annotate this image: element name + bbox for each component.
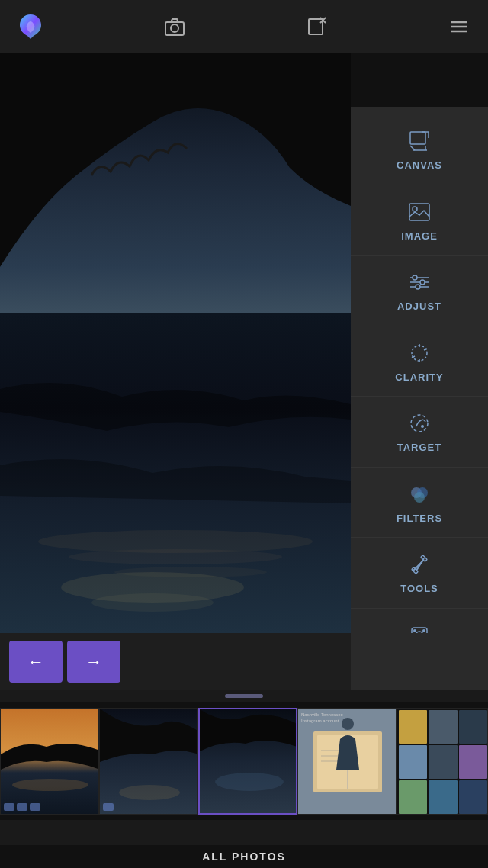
photo-thumbnail[interactable] [396,708,488,815]
drag-handle-area[interactable] [0,690,488,702]
svg-point-41 [413,629,416,632]
svg-point-25 [412,346,427,361]
target-icon [406,410,433,437]
sidebar-item-artistic[interactable]: ARTISTIC [351,609,488,633]
bottom-bar: ← → [0,633,351,690]
menu-icon[interactable] [445,13,473,40]
svg-point-58 [342,718,354,730]
photo-icons [103,803,114,811]
camera-icon[interactable] [161,13,188,40]
svg-point-18 [413,207,417,211]
artistic-icon [406,622,433,633]
water-reflection [0,313,351,633]
sidebar-item-clarity[interactable]: CLARITY [351,326,488,397]
hill-silhouette [0,53,351,320]
share-icon[interactable] [303,13,330,40]
svg-point-22 [413,275,417,280]
all-photos-bar[interactable]: ALL PHOTOS [0,845,488,868]
sidebar-item-image[interactable]: IMAGE [351,185,488,256]
thumbnail-image [100,709,197,814]
svg-point-34 [414,492,425,503]
top-navigation-bar [0,0,488,53]
all-photos-text: ALL PHOTOS [202,850,286,863]
svg-point-46 [12,779,88,791]
svg-point-48 [119,785,180,800]
thumbnail-image: Nashville TennesseeInstagram account... [298,709,396,814]
forward-button[interactable]: → [67,641,120,683]
app-logo[interactable] [15,11,46,42]
sidebar-bottom-area [351,633,488,690]
svg-point-9 [69,549,282,564]
photo-thumbnail[interactable] [99,708,198,815]
clarity-label: CLARITY [395,371,443,383]
image-icon [406,198,433,226]
tools-icon [406,551,433,578]
svg-point-23 [420,280,425,285]
svg-point-42 [422,629,425,632]
photo-thumbnail[interactable] [0,708,99,815]
canvas-label: CANVAS [396,159,442,171]
svg-point-24 [416,285,420,289]
drag-pill [225,694,263,698]
sidebar-item-tools[interactable]: TOOLS [351,538,488,609]
photo-icons [4,803,40,811]
tools-label: TOOLS [400,583,438,594]
svg-point-12 [92,593,214,612]
svg-rect-13 [410,132,425,144]
filters-label: FILTERS [396,513,442,524]
target-label: TARGET [397,442,441,453]
svg-line-28 [424,349,427,350]
photo-strip: Nashville TennesseeInstagram account... [0,702,488,820]
thumbnail-image [397,709,488,815]
main-image-area: CANVAS IMAGE [0,53,488,633]
tools-sidebar: CANVAS IMAGE [351,107,488,633]
back-button[interactable]: ← [9,641,63,683]
svg-rect-17 [409,204,429,220]
svg-point-1 [171,24,178,32]
image-label: IMAGE [401,230,438,242]
svg-line-36 [416,558,424,571]
photo-thumbnail[interactable] [198,708,297,815]
filters-icon [406,481,433,508]
adjust-icon [406,268,433,296]
svg-point-50 [215,773,284,791]
sidebar-item-filters[interactable]: FILTERS [351,468,488,538]
canvas-icon [406,127,433,155]
clarity-icon [406,339,433,367]
main-photo [0,53,351,633]
sidebar-item-canvas[interactable]: CANVAS [351,114,488,185]
svg-rect-2 [309,19,323,34]
thumbnail-image [1,709,98,814]
svg-line-14 [410,146,415,150]
sidebar-item-adjust[interactable]: ADJUST [351,256,488,326]
adjust-label: ADJUST [397,301,441,312]
svg-point-30 [411,415,428,432]
svg-point-31 [421,425,424,428]
photo-thumbnail[interactable]: Nashville TennesseeInstagram account... [297,708,396,815]
thumbnail-image [200,709,296,813]
sidebar-item-target[interactable]: TARGET [351,397,488,468]
thumb-overlay-text: Nashville TennesseeInstagram account... [301,712,343,725]
